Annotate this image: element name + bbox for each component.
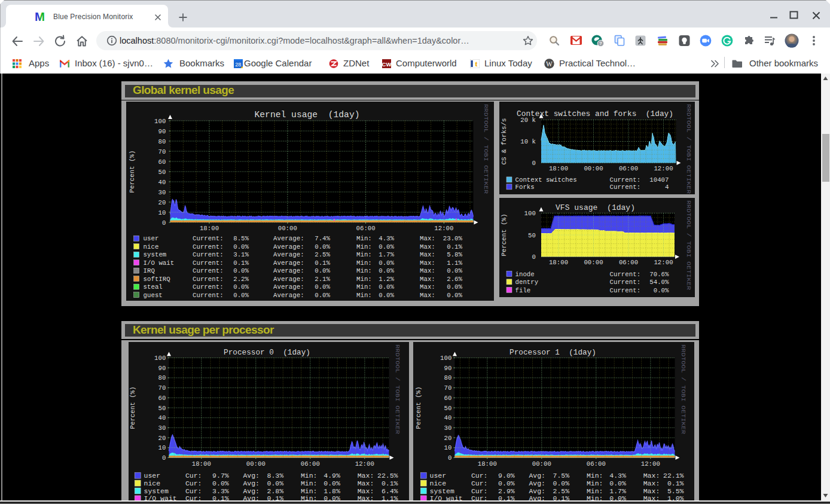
svg-text:100: 100 [154,354,166,362]
svg-text:9.0%: 9.0% [498,472,515,479]
svg-text:90: 90 [158,364,166,372]
svg-text:Percent (%): Percent (%) [129,387,136,429]
svg-text:50: 50 [158,404,166,412]
svg-text:0.1%: 0.1% [315,259,330,267]
svg-text:RRDTOOL / TOBI OETIKER: RRDTOOL / TOBI OETIKER [395,344,400,434]
svg-text:Current:: Current: [610,286,641,294]
svg-text:70: 70 [444,384,452,392]
svg-text:3.3%: 3.3% [212,487,229,495]
svg-text:file: file [515,286,531,294]
svg-text:Processor 0 (1day): Processor 0 (1day) [224,348,310,357]
svg-text:Current:: Current: [193,275,224,283]
svg-text:0.0%: 0.0% [447,283,462,291]
svg-text:90: 90 [444,364,452,372]
svg-text:100: 100 [154,117,166,125]
svg-text:2.6%: 2.6% [447,275,462,283]
svg-text:70: 70 [158,148,166,155]
svg-text:1.7%: 1.7% [609,487,626,495]
svg-text:20: 20 [444,434,452,442]
svg-text:Max:: Max: [358,487,374,495]
svg-text:18:00: 18:00 [549,258,568,266]
svg-text:12:00: 12:00 [654,164,673,172]
svg-text:system: system [144,251,167,258]
svg-text:Current:: Current: [193,283,224,291]
svg-text:7.4%: 7.4% [315,234,330,242]
svg-text:2.2%: 2.2% [233,275,249,283]
svg-text:Max:: Max: [420,275,435,283]
svg-text:10: 10 [158,444,166,451]
svg-text:Min:: Min: [587,472,603,479]
svg-text:0: 0 [162,454,166,462]
svg-text:Cur:: Cur: [185,479,202,487]
svg-text:8.3%: 8.3% [267,472,284,479]
svg-text:80: 80 [158,138,166,145]
svg-text:0.0%: 0.0% [315,283,330,291]
svg-text:Cur:: Cur: [185,487,202,495]
svg-text:06:00: 06:00 [587,460,606,468]
svg-text:40: 40 [444,414,452,421]
svg-text:Max:: Max: [643,472,660,479]
svg-text:Min:: Min: [356,275,372,283]
svg-text:18:00: 18:00 [192,460,211,468]
svg-text:Average:: Average: [273,243,304,251]
svg-text:RRDTOOL / TOBI OETIKER: RRDTOOL / TOBI OETIKER [681,344,686,434]
svg-text:0: 0 [532,253,536,261]
svg-text:Current:: Current: [193,267,224,274]
svg-text:Min:: Min: [356,251,372,258]
svg-text:Current:: Current: [193,259,224,267]
svg-text:IRQ: IRQ [144,267,155,274]
svg-text:nice: nice [144,243,159,251]
svg-text:Min:: Min: [356,259,372,267]
svg-text:Min:: Min: [356,234,372,242]
svg-text:8.5%: 8.5% [233,234,249,242]
svg-text:0.1%: 0.1% [667,479,684,487]
svg-text:Avg:: Avg: [243,479,260,487]
svg-text:100: 100 [524,209,536,217]
svg-text:VFS usage (1day): VFS usage (1day) [556,203,635,212]
svg-text:5.5%: 5.5% [667,487,684,495]
svg-text:0.1%: 0.1% [233,259,249,267]
svg-text:0.1%: 0.1% [447,243,462,251]
svg-text:Average:: Average: [273,267,304,274]
svg-text:30: 30 [444,424,452,432]
svg-text:0.0%: 0.0% [379,267,394,274]
svg-text:0.0%: 0.0% [233,243,249,251]
svg-text:2.5%: 2.5% [553,487,570,495]
svg-text:2.1%: 2.1% [315,275,330,283]
svg-text:23.0%: 23.0% [443,234,462,242]
svg-text:Percent (%): Percent (%) [128,151,136,193]
svg-text:06:00: 06:00 [619,164,638,172]
svg-text:40: 40 [158,178,166,186]
svg-text:Max:: Max: [420,251,435,258]
svg-text:dentry: dentry [515,278,539,286]
svg-text:Average:: Average: [273,275,304,283]
svg-text:softIRQ: softIRQ [144,275,170,283]
svg-text:Processor 1 (1day): Processor 1 (1day) [509,348,596,357]
svg-text:70: 70 [158,384,166,392]
svg-text:20: 20 [158,198,166,206]
svg-text:06:00: 06:00 [356,224,376,232]
svg-text:0.0%: 0.0% [379,243,394,251]
svg-text:Max:: Max: [358,479,374,487]
svg-text:Current:: Current: [610,270,641,278]
svg-text:Min:: Min: [356,291,372,299]
svg-text:0.0%: 0.0% [447,291,462,299]
svg-text:Max:: Max: [420,243,435,251]
svg-text:Max:: Max: [358,472,374,479]
svg-text:06:00: 06:00 [301,460,320,468]
svg-text:18:00: 18:00 [200,224,219,232]
svg-text:0.0%: 0.0% [447,267,462,274]
svg-text:Min:: Min: [356,267,372,274]
svg-text:Cur:: Cur: [471,487,488,495]
svg-text:user: user [144,472,161,479]
svg-text:Avg:: Avg: [529,487,545,495]
svg-text:12:00: 12:00 [434,224,453,232]
svg-text:0.0%: 0.0% [233,291,249,299]
svg-text:4.9%: 4.9% [324,472,340,479]
svg-text:Current:: Current: [193,251,224,258]
svg-text:1.8%: 1.8% [324,487,340,495]
svg-text:0.0%: 0.0% [315,267,330,274]
svg-text:2.9%: 2.9% [498,487,515,495]
svg-text:4: 4 [665,183,669,191]
svg-text:RRDTOOL / TOBI OETIKER: RRDTOOL / TOBI OETIKER [686,104,691,194]
